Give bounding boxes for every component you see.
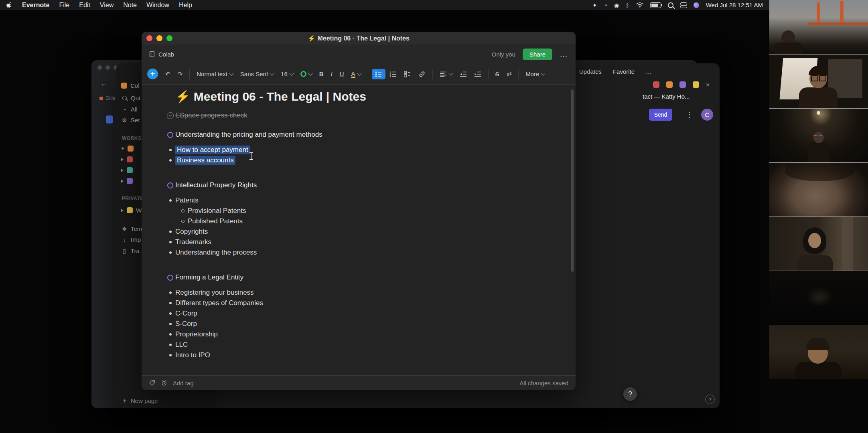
shortcuts-icon[interactable]: ✦ <box>592 2 597 8</box>
menu-note[interactable]: Note <box>123 2 137 9</box>
toggle-closed-icon[interactable] <box>121 209 124 212</box>
menu-app-name[interactable]: Evernote <box>22 2 49 9</box>
video-tile[interactable] <box>769 108 868 162</box>
text-color-button[interactable] <box>297 69 315 79</box>
wifi-icon[interactable] <box>636 2 643 8</box>
page-emoji-icon[interactable] <box>693 81 699 88</box>
minimize-button[interactable] <box>156 35 162 41</box>
doc-thumbnail-icon[interactable] <box>106 115 113 123</box>
reminder-icon[interactable] <box>161 380 167 386</box>
add-tag-button[interactable]: Add tag <box>173 380 194 386</box>
checked-circle-icon[interactable] <box>165 112 175 119</box>
font-select[interactable]: Sans Serif <box>237 69 277 79</box>
sidebar-page-item[interactable] <box>121 156 133 162</box>
note-bullet-row[interactable]: Patents <box>165 195 564 206</box>
note-more-button[interactable]: … <box>560 50 568 59</box>
expand-chevrons-icon[interactable]: » <box>706 81 710 88</box>
page-emoji-icon[interactable] <box>679 81 686 88</box>
note-sub-bullet-row[interactable]: Published Patents <box>178 216 564 227</box>
siri-icon[interactable] <box>694 2 699 8</box>
sidebar-item-trash[interactable]: ▯ Tra <box>121 247 140 254</box>
video-tile[interactable] <box>769 0 868 54</box>
strikethrough-button[interactable]: S <box>492 69 503 79</box>
sidebar-workspace-switcher[interactable]: Col <box>121 82 140 89</box>
sidebar-item-import[interactable]: ↓ Imp <box>121 236 141 243</box>
avatar[interactable]: C <box>701 109 713 121</box>
bluetooth-icon[interactable]: ᛒ <box>626 2 629 8</box>
close-button[interactable] <box>146 35 152 41</box>
video-tile[interactable] <box>769 271 868 325</box>
outdent-button[interactable] <box>456 69 470 79</box>
sidebar-page-item[interactable] <box>121 167 133 173</box>
menu-bar-clock[interactable]: Wed Jul 28 12:51 AM <box>706 2 763 8</box>
sidebar-item-templates[interactable]: ❖ Tem <box>121 225 142 232</box>
spotlight-icon[interactable] <box>668 2 673 8</box>
send-button[interactable]: Send <box>649 109 672 121</box>
menu-edit[interactable]: Edit <box>79 2 90 9</box>
style-select[interactable]: Normal text <box>193 69 236 79</box>
sidebar-item-quick-find[interactable]: Qui <box>121 95 140 101</box>
notebook-selector[interactable]: Colab <box>149 51 174 58</box>
note-bullet-row[interactable]: Trademarks <box>165 237 564 247</box>
video-tile[interactable] <box>769 216 868 271</box>
browser-traffic-lights[interactable] <box>97 65 118 70</box>
note-title[interactable]: ⚡ Meeting 06 - The Legal | Notes <box>175 89 564 104</box>
scrollbar-thumb[interactable] <box>571 89 574 272</box>
size-select[interactable]: 16 <box>278 69 296 79</box>
sidebar-item-all-updates[interactable]: ◔ All <box>121 106 138 113</box>
note-section-row[interactable]: Understanding the pricing and payment me… <box>165 129 564 140</box>
bold-button[interactable]: B <box>316 69 327 79</box>
bullet-list-button[interactable] <box>372 69 385 79</box>
video-tile[interactable] <box>769 379 868 433</box>
note-sub-bullet-row[interactable]: Provisional Patents <box>178 206 564 216</box>
share-button[interactable]: Share <box>523 49 552 60</box>
toggle-open-icon[interactable] <box>121 148 124 150</box>
note-bullet-row[interactable]: S-Corp <box>165 319 564 329</box>
note-section-row[interactable]: Forming a Legal Entity <box>165 272 564 283</box>
toggle-closed-icon[interactable] <box>121 169 124 172</box>
superscript-button[interactable]: x² <box>503 69 515 79</box>
note-section-row[interactable]: Intellectual Property Rights <box>165 180 564 190</box>
sidebar-page-item[interactable] <box>121 178 133 184</box>
sidebar-page-item-private[interactable]: W <box>121 207 142 214</box>
menu-view[interactable]: View <box>100 2 114 9</box>
notion-help-button[interactable]: ? <box>705 395 715 404</box>
note-bullet-row[interactable]: C-Corp <box>165 308 564 319</box>
sidebar-item-settings[interactable]: ⚙ Set <box>121 117 140 123</box>
indent-button[interactable] <box>471 69 485 79</box>
note-bullet-row[interactable]: Copyrights <box>165 227 564 237</box>
sidebar-page-item[interactable] <box>121 146 134 152</box>
toggle-closed-icon[interactable] <box>121 180 124 183</box>
toggle-closed-icon[interactable] <box>121 158 124 161</box>
note-bullet-row[interactable]: How to accept payment <box>165 145 564 155</box>
battery-icon[interactable] <box>650 2 661 8</box>
zoom-button[interactable] <box>166 35 172 41</box>
video-tile[interactable] <box>769 325 868 379</box>
insert-button[interactable]: + <box>147 69 158 79</box>
align-button[interactable] <box>436 69 456 79</box>
updates-button[interactable]: Updates <box>579 68 602 75</box>
redo-button[interactable]: ↷ <box>174 69 186 80</box>
new-page-button[interactable]: + New page <box>116 393 217 408</box>
browser-back-button[interactable]: ← <box>100 79 108 88</box>
overflow-menu-icon[interactable]: ⋮ <box>686 110 693 119</box>
screen-record-icon[interactable]: ◉ <box>614 2 619 8</box>
note-bullet-row[interactable]: Registering your business <box>165 287 564 298</box>
checklist-button[interactable] <box>401 69 414 79</box>
menu-window[interactable]: Window <box>146 2 169 9</box>
video-tile[interactable] <box>769 54 868 108</box>
note-bullet-row[interactable]: Understanding the process <box>165 247 564 258</box>
help-button[interactable]: ? <box>623 387 637 401</box>
numbered-list-button[interactable]: 123 <box>386 69 400 79</box>
note-checkbox-row[interactable]: ESpace progress check <box>165 110 564 121</box>
note-bullet-row[interactable]: LLC <box>165 340 564 350</box>
italic-button[interactable]: I <box>328 69 336 79</box>
highlight-button[interactable]: A <box>348 69 364 80</box>
note-section-row-clipped[interactable]: Business Taxes <box>165 375 564 375</box>
more-button[interactable]: … <box>646 68 652 75</box>
menu-file[interactable]: File <box>59 2 69 9</box>
page-emoji-icon[interactable] <box>653 81 659 88</box>
note-editor[interactable]: ⚡ Meeting 06 - The Legal | Notes ESpace … <box>142 85 576 375</box>
page-emoji-icon[interactable] <box>666 81 673 88</box>
time-machine-icon[interactable]: ◔ <box>604 2 607 8</box>
